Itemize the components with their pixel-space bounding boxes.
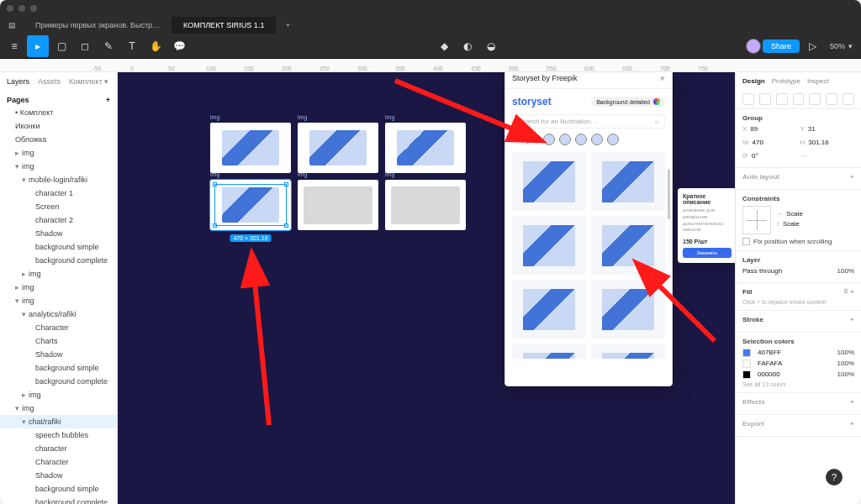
move-tool[interactable]: ▸ xyxy=(27,35,49,57)
align-hcenter-icon[interactable] xyxy=(759,93,771,105)
style-avatar[interactable] xyxy=(591,134,603,145)
frame-thumb-selected[interactable]: img 470 × 301.16 xyxy=(210,180,291,230)
see-all-colors[interactable]: See all 13 colors xyxy=(742,381,854,387)
present-button[interactable]: ▷ xyxy=(801,35,823,57)
layer-row[interactable]: Shadow xyxy=(0,469,117,482)
illustration-cell[interactable] xyxy=(591,280,665,339)
autolayout-header[interactable]: Auto layout xyxy=(742,173,779,181)
layer-row[interactable]: ▸img xyxy=(0,146,117,160)
align-bottom-icon[interactable] xyxy=(826,93,837,105)
assets-tab[interactable]: Assets xyxy=(38,77,61,86)
align-vcenter-icon[interactable] xyxy=(809,93,821,105)
page-item[interactable]: Иконки xyxy=(0,119,117,133)
layer-row[interactable]: ▾analytics/rafiki xyxy=(0,307,117,321)
color-hex[interactable]: 407BFF xyxy=(758,349,781,357)
layer-row[interactable]: ▸img xyxy=(0,267,117,281)
layer-row[interactable]: character 1 xyxy=(0,186,117,200)
color-hex[interactable]: FAFAFA xyxy=(758,360,782,368)
page-item[interactable]: Обложка xyxy=(0,133,117,146)
traffic-min[interactable] xyxy=(18,5,25,12)
prototype-tab[interactable]: Prototype xyxy=(772,77,800,85)
h-value[interactable]: 301.16 xyxy=(808,139,828,146)
illustration-cell[interactable] xyxy=(512,344,586,359)
shape-tool[interactable]: ◻ xyxy=(74,35,96,57)
layer-row[interactable]: Character xyxy=(0,455,117,469)
w-value[interactable]: 470 xyxy=(753,139,763,146)
constraint-h[interactable]: Scale xyxy=(786,210,803,218)
opacity-value[interactable]: 100% xyxy=(837,267,854,275)
text-tool[interactable]: T xyxy=(121,35,143,57)
layer-row[interactable]: character 2 xyxy=(0,213,117,227)
card-cta-button[interactable]: Заказать xyxy=(683,248,732,258)
boolean-icon[interactable]: ◒ xyxy=(480,35,502,57)
layer-row[interactable]: background complete xyxy=(0,496,117,504)
align-top-icon[interactable] xyxy=(793,93,805,105)
style-avatar[interactable] xyxy=(575,134,587,145)
layer-row[interactable]: Shadow xyxy=(0,348,117,361)
layer-row[interactable]: background simple xyxy=(0,240,117,254)
style-avatar[interactable] xyxy=(543,134,555,145)
layer-row[interactable]: background complete xyxy=(0,254,117,267)
page-dropdown[interactable]: Комплект ▾ xyxy=(69,77,108,86)
layer-row[interactable]: Character xyxy=(0,321,117,334)
frame-thumb[interactable]: img xyxy=(385,180,466,230)
y-value[interactable]: 31 xyxy=(808,125,816,133)
layer-row[interactable]: ▾chat/rafiki xyxy=(0,415,117,428)
fix-scroll-checkbox[interactable] xyxy=(742,238,750,245)
style-avatar[interactable] xyxy=(559,134,571,145)
page-item[interactable]: • Комплект xyxy=(0,106,117,119)
more-icon[interactable]: ⋯ xyxy=(800,152,807,160)
illustration-cell[interactable] xyxy=(591,152,665,211)
layer-row[interactable]: background simple xyxy=(0,361,117,375)
constraint-v[interactable]: Scale xyxy=(783,220,800,228)
illustration-cell[interactable] xyxy=(591,344,665,359)
illustration-cell[interactable] xyxy=(591,216,665,275)
layer-row[interactable]: speech bubbles xyxy=(0,428,117,442)
style-avatar[interactable] xyxy=(607,134,619,145)
share-button[interactable]: Share xyxy=(763,39,800,53)
plugin-search-input[interactable]: Search for an illustration… ⌕ xyxy=(512,114,665,129)
layer-row[interactable]: ▸img xyxy=(0,281,117,294)
layer-row[interactable]: Charts xyxy=(0,334,117,348)
layer-row[interactable]: background complete xyxy=(0,375,117,388)
add-autolayout-icon[interactable]: + xyxy=(850,173,854,181)
traffic-max[interactable] xyxy=(30,5,37,12)
background-mode-toggle[interactable]: Background detailed xyxy=(591,97,665,107)
canvas[interactable]: img img img img 470 × 301.16 img img Sto… xyxy=(118,72,735,504)
frame-thumb[interactable]: img xyxy=(385,123,466,173)
rotation-value[interactable]: 0° xyxy=(752,152,758,160)
close-icon[interactable]: × xyxy=(660,73,665,83)
constraint-widget[interactable] xyxy=(742,206,771,234)
frame-tool[interactable]: ▢ xyxy=(50,35,72,57)
component-icon[interactable]: ◆ xyxy=(433,35,455,57)
inspect-tab[interactable]: Inspect xyxy=(807,77,829,85)
traffic-close[interactable] xyxy=(7,5,13,12)
layer-row[interactable]: background simple xyxy=(0,482,117,496)
add-page-button[interactable]: + xyxy=(106,96,110,104)
illustration-cell[interactable] xyxy=(512,152,586,211)
plugin-scrollbar[interactable] xyxy=(668,169,670,219)
new-tab-button[interactable]: + xyxy=(276,17,299,34)
frame-thumb[interactable]: img xyxy=(298,123,378,173)
layer-row[interactable]: ▾img xyxy=(0,294,117,307)
layer-row[interactable]: ▸img xyxy=(0,388,117,402)
design-tab[interactable]: Design xyxy=(742,77,765,85)
layer-row[interactable]: ▾img xyxy=(0,160,117,173)
description-card[interactable]: Краткое описание описание для раскрытия … xyxy=(678,188,735,263)
help-button[interactable]: ? xyxy=(826,469,843,486)
x-value[interactable]: 89 xyxy=(750,125,758,133)
file-tab-1[interactable]: Примеры первых экранов. Быстр… xyxy=(24,17,172,34)
layer-row[interactable]: character xyxy=(0,442,117,455)
blend-mode[interactable]: Pass through xyxy=(742,267,782,275)
color-hex[interactable]: 000000 xyxy=(758,370,780,379)
user-avatar[interactable] xyxy=(746,39,761,54)
layer-row[interactable]: ▾mobile-login/rafiki xyxy=(0,173,117,186)
align-right-icon[interactable] xyxy=(776,93,788,105)
pen-tool[interactable]: ✎ xyxy=(98,35,119,57)
illustration-cell[interactable] xyxy=(512,280,586,339)
align-left-icon[interactable] xyxy=(742,93,754,105)
layer-row[interactable]: Shadow xyxy=(0,227,117,240)
hand-tool[interactable]: ✋ xyxy=(145,35,166,57)
home-tab[interactable]: ▤ xyxy=(0,17,24,34)
frame-thumb[interactable]: img xyxy=(210,123,291,173)
